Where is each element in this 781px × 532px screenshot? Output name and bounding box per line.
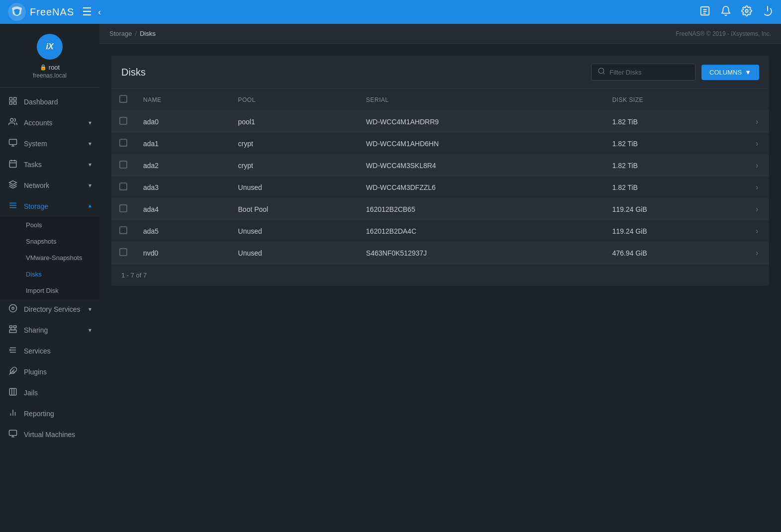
notes-icon[interactable] (699, 5, 710, 19)
columns-button[interactable]: COLUMNS ▼ (701, 65, 759, 80)
freenas-logo-icon (8, 3, 26, 21)
gear-icon[interactable] (741, 5, 752, 19)
row-expand-icon[interactable]: › (756, 183, 758, 191)
disk-serial: WD-WCC4M1AHD6HN (358, 133, 604, 155)
serial-column-header: Serial (358, 89, 604, 111)
sidebar-item-reporting[interactable]: Reporting (0, 403, 99, 424)
table-row[interactable]: ada4 Boot Pool 162012B2CB65 119.24 GiB › (111, 198, 769, 220)
table-row[interactable]: nvd0 Unused S463NF0K512937J 476.94 GiB › (111, 242, 769, 264)
hamburger-icon[interactable]: ☰ (82, 5, 92, 18)
breadcrumb-current: Disks (140, 30, 156, 37)
disk-size: 119.24 GiB (604, 220, 745, 242)
plugins-icon (8, 366, 18, 377)
row-checkbox[interactable] (119, 204, 127, 212)
row-expand-icon[interactable]: › (756, 117, 758, 126)
sidebar-item-tasks[interactable]: Tasks ▾ (0, 154, 99, 175)
sidebar-item-plugins[interactable]: Plugins (0, 361, 99, 382)
disk-pool: Unused (230, 242, 358, 264)
row-checkbox[interactable] (119, 161, 127, 169)
svg-rect-15 (9, 161, 16, 168)
disk-name: ada2 (135, 155, 230, 177)
select-all-checkbox[interactable] (119, 95, 127, 103)
disk-serial: WD-WCC4M3DFZZL6 (358, 177, 604, 198)
sidebar-item-import-disk[interactable]: Import Disk (0, 282, 99, 299)
disk-pool: Unused (230, 220, 358, 242)
row-action-cell[interactable]: › (745, 177, 769, 198)
sidebar-item-services[interactable]: Services (0, 341, 99, 361)
svg-rect-43 (9, 430, 17, 436)
disk-name: ada5 (135, 220, 230, 242)
table-row[interactable]: ada2 crypt WD-WCC4M3SKL8R4 1.82 TiB › (111, 155, 769, 177)
row-checkbox[interactable] (119, 248, 127, 256)
sidebar-item-snapshots[interactable]: Snapshots (0, 233, 99, 250)
panel-title: Disks (121, 67, 591, 78)
copyright-text: FreeNAS® © 2019 - iXsystems, Inc. (676, 30, 771, 37)
row-checkbox-cell (111, 133, 135, 155)
row-expand-icon[interactable]: › (756, 205, 758, 213)
table-footer: 1 - 7 of 7 (111, 264, 769, 286)
sidebar-item-disks[interactable]: Disks (0, 266, 99, 282)
tasks-icon (8, 159, 18, 170)
bell-icon[interactable] (720, 5, 731, 19)
sidebar-item-label: Directory Services (24, 305, 83, 313)
sidebar-item-label: Virtual Machines (24, 431, 91, 439)
sidebar-item-network[interactable]: Network ▾ (0, 175, 99, 196)
svg-rect-27 (9, 330, 16, 333)
table-row[interactable]: ada5 Unused 162012B2DA4C 119.24 GiB › (111, 220, 769, 242)
row-expand-icon[interactable]: › (756, 249, 758, 257)
row-expand-icon[interactable]: › (756, 139, 758, 148)
row-action-cell[interactable]: › (745, 242, 769, 264)
search-icon (598, 67, 606, 77)
row-action-cell[interactable]: › (745, 133, 769, 155)
row-checkbox-cell (111, 242, 135, 264)
row-checkbox[interactable] (119, 117, 127, 125)
chevron-down-icon: ▾ (88, 161, 91, 168)
sidebar-profile: iX 🔒 root freenas.local (0, 24, 99, 88)
row-action-cell[interactable]: › (745, 220, 769, 242)
row-checkbox[interactable] (119, 182, 127, 190)
directory-services-icon (8, 304, 18, 315)
sidebar-item-dashboard[interactable]: Dashboard (0, 91, 99, 112)
search-input[interactable] (609, 69, 689, 76)
disk-serial: 162012B2DA4C (358, 220, 604, 242)
table-header: Name Pool Serial Disk Size (111, 89, 769, 111)
row-checkbox-cell (111, 155, 135, 177)
table-row[interactable]: ada0 pool1 WD-WCC4M1AHDRR9 1.82 TiB › (111, 111, 769, 133)
sidebar-item-directory-services[interactable]: Directory Services ▾ (0, 299, 99, 320)
back-icon[interactable]: ‹ (98, 7, 101, 17)
sidebar-item-vmware-snapshots[interactable]: VMware-Snapshots (0, 250, 99, 266)
row-action-cell[interactable]: › (745, 198, 769, 220)
chevron-down-icon: ▾ (88, 119, 91, 126)
sidebar-item-virtual-machines[interactable]: Virtual Machines (0, 424, 99, 445)
storage-subnav: Pools Snapshots VMware-Snapshots Disks I… (0, 217, 99, 299)
sidebar-item-storage[interactable]: Storage ▾ (0, 196, 99, 217)
row-checkbox[interactable] (119, 226, 127, 234)
svg-line-47 (603, 73, 605, 74)
row-action-cell[interactable]: › (745, 155, 769, 177)
disk-pool: crypt (230, 133, 358, 155)
power-icon[interactable] (762, 5, 773, 19)
disk-size: 119.24 GiB (604, 198, 745, 220)
sidebar-item-sharing[interactable]: Sharing ▾ (0, 320, 99, 341)
avatar: iX (37, 34, 63, 60)
disk-size: 1.82 TiB (604, 111, 745, 133)
sidebar-item-system[interactable]: System ▾ (0, 133, 99, 154)
breadcrumb-parent[interactable]: Storage (109, 30, 132, 37)
row-checkbox[interactable] (119, 139, 127, 147)
breadcrumb: Storage / Disks FreeNAS® © 2019 - iXsyst… (99, 24, 781, 44)
sidebar-item-pools[interactable]: Pools (0, 217, 99, 233)
sidebar-item-label: Dashboard (24, 98, 91, 106)
row-expand-icon[interactable]: › (756, 161, 758, 170)
row-expand-icon[interactable]: › (756, 227, 758, 235)
sidebar-item-label: Services (24, 347, 91, 355)
services-icon (8, 346, 18, 356)
row-action-cell[interactable]: › (745, 111, 769, 133)
sidebar-item-jails[interactable]: Jails (0, 382, 99, 403)
table-row[interactable]: ada1 crypt WD-WCC4M1AHD6HN 1.82 TiB › (111, 133, 769, 155)
svg-rect-12 (9, 139, 17, 145)
chevron-down-icon: ▼ (745, 69, 751, 76)
disks-panel: Disks COLUMNS ▼ (111, 56, 769, 286)
virtual-machines-icon (8, 429, 18, 440)
sidebar-item-accounts[interactable]: Accounts ▾ (0, 112, 99, 133)
table-row[interactable]: ada3 Unused WD-WCC4M3DFZZL6 1.82 TiB › (111, 177, 769, 198)
